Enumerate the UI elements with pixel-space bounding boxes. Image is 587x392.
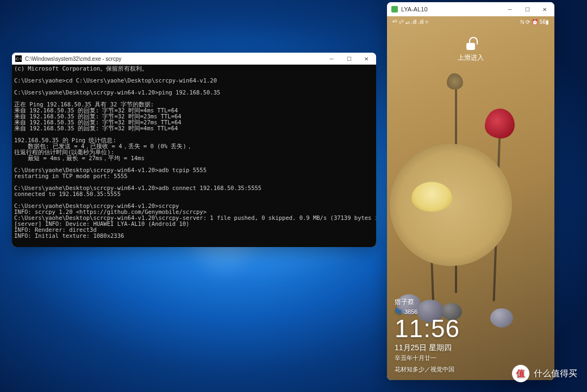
phone-screen[interactable]: ⁴ᴳ ₅ᴳ ₄₆ .ıll .ıll ᯤ ℕ ⟳ ⏰ 56▮ 上滑进入 瘩子蔡 … bbox=[387, 16, 554, 380]
wallpaper-pebble bbox=[490, 308, 513, 327]
watermark-badge: 值 bbox=[512, 365, 529, 382]
status-left: ⁴ᴳ ₅ᴳ ₄₆ .ıll .ıll ᯤ bbox=[392, 19, 430, 25]
wallpaper-plate bbox=[390, 144, 512, 266]
scrcpy-titlebar[interactable]: LYA-AL10 ─ ☐ ✕ bbox=[387, 2, 554, 16]
scrcpy-title: LYA-AL10 bbox=[401, 6, 501, 12]
scrcpy-window[interactable]: LYA-AL10 ─ ☐ ✕ ⁴ᴳ ₅ᴳ ₄₆ .ıll .ıll ᯤ ℕ ⟳ … bbox=[387, 2, 554, 380]
close-button[interactable]: ✕ bbox=[358, 53, 375, 65]
maximize-button[interactable]: ☐ bbox=[519, 3, 536, 15]
watermark: 值 什么值得买 bbox=[512, 365, 577, 382]
clock-time: 11:56 bbox=[395, 316, 460, 341]
user-name: 瘩子蔡 bbox=[395, 298, 460, 307]
minimize-button[interactable]: ─ bbox=[323, 53, 340, 65]
cmd-titlebar[interactable]: C:\ C:\Windows\system32\cmd.exe - scrcpy… bbox=[12, 53, 376, 65]
wallpaper-lotus-yellow bbox=[411, 182, 452, 212]
wallpaper-lotus-red bbox=[485, 109, 515, 138]
close-button[interactable]: ✕ bbox=[536, 3, 553, 15]
minimize-button[interactable]: ─ bbox=[501, 3, 519, 15]
status-right: ℕ ⟳ ⏰ 56▮ bbox=[520, 19, 549, 25]
steps-value: 3856 bbox=[404, 308, 417, 315]
cmd-window[interactable]: C:\ C:\Windows\system32\cmd.exe - scrcpy… bbox=[12, 53, 376, 247]
wallpaper-lotus-pod bbox=[447, 73, 463, 90]
cmd-output[interactable]: (c) Microsoft Corporation。保留所有权利。 C:\Use… bbox=[12, 65, 376, 247]
swipe-hint: 上滑进入 bbox=[387, 53, 554, 62]
lunar-date: 辛丑年十月廿一 bbox=[395, 354, 460, 362]
clock-date: 11月25日 星期四 bbox=[395, 343, 460, 353]
lock-info: 瘩子蔡 👣 3856 11:56 11月25日 星期四 辛丑年十月廿一 花材知多… bbox=[395, 298, 460, 374]
lock-icon bbox=[465, 38, 476, 51]
lock-area: 上滑进入 bbox=[387, 38, 554, 62]
watermark-text: 什么值得买 bbox=[534, 368, 577, 380]
scrcpy-icon bbox=[391, 6, 398, 12]
cmd-icon: C:\ bbox=[15, 55, 22, 62]
maximize-button[interactable]: ☐ bbox=[340, 53, 358, 65]
wallpaper-caption: 花材知多少／视觉中国 bbox=[395, 365, 460, 374]
cmd-title: C:\Windows\system32\cmd.exe - scrcpy bbox=[25, 56, 323, 62]
status-bar: ⁴ᴳ ₅ᴳ ₄₆ .ıll .ıll ᯤ ℕ ⟳ ⏰ 56▮ bbox=[387, 16, 554, 27]
